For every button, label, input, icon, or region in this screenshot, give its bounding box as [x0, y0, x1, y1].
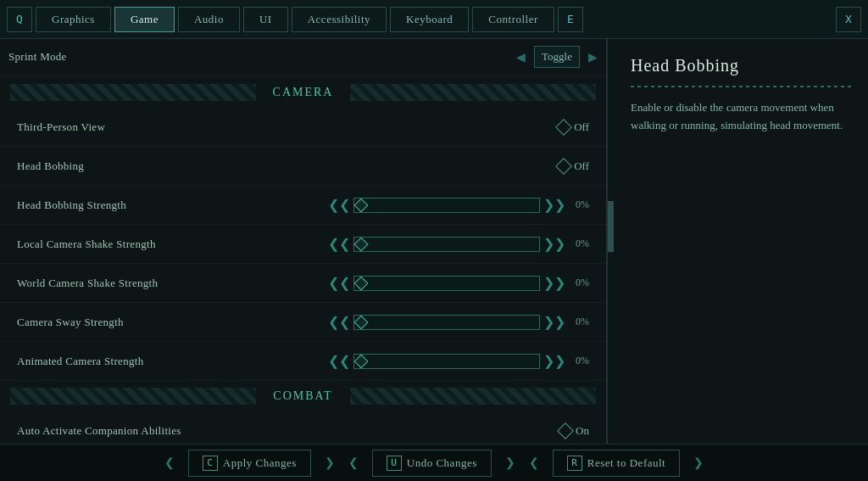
camera-sway-value: 0%: [569, 316, 589, 328]
animated-camera-control[interactable]: ❮❮ ❯❯ 0%: [328, 353, 589, 369]
auto-activate-value: On: [576, 424, 589, 438]
camera-section-label: Camera: [256, 86, 351, 99]
third-person-view-label: Third-Person View: [17, 120, 558, 134]
tab-game[interactable]: Game: [114, 7, 175, 32]
auto-activate-control[interactable]: On: [559, 424, 589, 438]
head-bobbing-strength-value: 0%: [569, 199, 589, 211]
apply-key: C: [203, 456, 218, 471]
apply-label: Apply Changes: [223, 456, 297, 470]
combat-section-label: Combat: [256, 389, 349, 403]
camera-section-divider: Camera: [0, 77, 606, 108]
scrollbar[interactable]: [607, 39, 614, 444]
slider-left-arrow-4[interactable]: ❮❮: [328, 314, 350, 330]
tab-keyboard[interactable]: Keyboard: [390, 7, 469, 32]
head-bobbing-control[interactable]: Off: [558, 159, 589, 173]
diamond-icon-3: [557, 422, 574, 439]
undo-chevron-left: ❮: [348, 456, 359, 470]
toggle-arrow-right[interactable]: ▶: [588, 50, 598, 64]
close-button[interactable]: X: [836, 7, 861, 32]
slider-thumb-5: [354, 354, 369, 368]
toggle-arrow-left[interactable]: ◀: [516, 50, 526, 64]
local-camera-shake-row[interactable]: Local Camera Shake Strength ❮❮ ❯❯ 0%: [0, 225, 606, 264]
tab-controller[interactable]: Controller: [472, 7, 554, 32]
sprint-mode-value[interactable]: Toggle: [534, 46, 580, 68]
world-camera-shake-value: 0%: [569, 277, 589, 289]
auto-activate-row[interactable]: Auto Activate Companion Abilities On: [0, 411, 606, 444]
head-bobbing-label: Head Bobbing: [17, 159, 558, 173]
scroll-thumb[interactable]: [608, 201, 614, 252]
head-bobbing-strength-row[interactable]: Head Bobbing Strength ❮❮ ❯❯ 0%: [0, 186, 606, 225]
reset-to-default-button[interactable]: R Reset to Default: [553, 450, 680, 477]
sprint-mode-control[interactable]: ◀ Toggle ▶: [516, 46, 598, 68]
undo-chevron-right: ❯: [505, 456, 515, 470]
reset-key: R: [567, 456, 582, 471]
world-camera-shake-label: World Camera Shake Strength: [17, 277, 328, 290]
slider-right-arrow-4[interactable]: ❯❯: [543, 314, 565, 330]
animated-camera-label: Animated Camera Strength: [17, 355, 328, 368]
diamond-icon: [555, 119, 572, 136]
slider-left-arrow[interactable]: ❮❮: [328, 197, 350, 213]
third-person-view-value: Off: [574, 120, 589, 134]
slider-thumb-2: [354, 237, 369, 251]
bottom-bar: ❮ C Apply Changes ❯ ❮ U Undo Changes ❯ ❮…: [0, 444, 868, 481]
slider-right-arrow-3[interactable]: ❯❯: [543, 275, 565, 291]
third-person-view-control[interactable]: Off: [558, 120, 589, 134]
auto-activate-label: Auto Activate Companion Abilities: [17, 424, 559, 438]
description-panel: Head Bobbing Enable or disable the camer…: [614, 39, 868, 444]
tab-graphics[interactable]: Graphics: [36, 7, 111, 32]
head-bobbing-strength-control[interactable]: ❮❮ ❯❯ 0%: [328, 197, 589, 213]
tab-audio[interactable]: Audio: [178, 7, 240, 32]
slider-thumb: [354, 198, 369, 212]
slider-bar-4[interactable]: [353, 315, 540, 330]
world-camera-shake-row[interactable]: World Camera Shake Strength ❮❮ ❯❯ 0%: [0, 264, 606, 303]
undo-changes-button[interactable]: U Undo Changes: [372, 450, 492, 477]
camera-sway-row[interactable]: Camera Sway Strength ❮❮ ❯❯ 0%: [0, 303, 606, 342]
main-content: Sprint Mode ◀ Toggle ▶ Camera Third-Pers…: [0, 39, 868, 444]
nav-corner-right[interactable]: E: [558, 7, 583, 32]
slider-thumb-4: [354, 315, 369, 329]
top-navigation: Q Graphics Game Audio UI Accessibility K…: [0, 0, 868, 39]
apply-chevron-left: ❮: [164, 456, 175, 470]
combat-section-divider: Combat: [0, 381, 606, 411]
local-camera-shake-value: 0%: [569, 238, 589, 250]
slider-bar-3[interactable]: [353, 276, 540, 291]
head-bobbing-value: Off: [574, 159, 589, 173]
sprint-mode-label: Sprint Mode: [8, 50, 516, 64]
tab-accessibility[interactable]: Accessibility: [292, 7, 387, 32]
third-person-view-row[interactable]: Third-Person View Off: [0, 108, 606, 147]
reset-chevron-left: ❮: [529, 456, 539, 470]
undo-key: U: [387, 456, 402, 471]
world-camera-shake-control[interactable]: ❮❮ ❯❯ 0%: [328, 275, 589, 291]
slider-right-arrow-2[interactable]: ❯❯: [543, 236, 565, 252]
slider-bar-2[interactable]: [353, 237, 540, 252]
slider-left-arrow-5[interactable]: ❮❮: [328, 353, 350, 369]
animated-camera-value: 0%: [569, 355, 589, 367]
settings-panel: Sprint Mode ◀ Toggle ▶ Camera Third-Pers…: [0, 39, 607, 444]
slider-thumb-3: [354, 276, 369, 290]
diamond-icon-2: [555, 158, 572, 175]
local-camera-shake-control[interactable]: ❮❮ ❯❯ 0%: [328, 236, 589, 252]
apply-changes-button[interactable]: C Apply Changes: [188, 450, 311, 477]
apply-chevron-right: ❯: [325, 456, 335, 470]
camera-sway-control[interactable]: ❮❮ ❯❯ 0%: [328, 314, 589, 330]
undo-label: Undo Changes: [407, 456, 477, 470]
description-title: Head Bobbing: [631, 56, 851, 76]
reset-label: Reset to Default: [587, 456, 665, 470]
slider-left-arrow-3[interactable]: ❮❮: [328, 275, 350, 291]
animated-camera-row[interactable]: Animated Camera Strength ❮❮ ❯❯ 0%: [0, 342, 606, 381]
slider-bar-5[interactable]: [353, 354, 540, 369]
reset-chevron-right: ❯: [693, 456, 704, 470]
sprint-mode-row: Sprint Mode ◀ Toggle ▶: [0, 39, 606, 77]
head-bobbing-row[interactable]: Head Bobbing Off: [0, 147, 606, 186]
slider-bar[interactable]: [353, 198, 540, 213]
local-camera-shake-label: Local Camera Shake Strength: [17, 238, 328, 251]
nav-corner-left[interactable]: Q: [7, 7, 32, 32]
description-divider: [631, 86, 851, 87]
slider-right-arrow-5[interactable]: ❯❯: [543, 353, 565, 369]
camera-sway-label: Camera Sway Strength: [17, 316, 328, 329]
slider-right-arrow[interactable]: ❯❯: [543, 197, 565, 213]
description-text: Enable or disable the camera movement wh…: [631, 99, 851, 135]
head-bobbing-strength-label: Head Bobbing Strength: [17, 199, 328, 212]
tab-ui[interactable]: UI: [243, 7, 288, 32]
slider-left-arrow-2[interactable]: ❮❮: [328, 236, 350, 252]
